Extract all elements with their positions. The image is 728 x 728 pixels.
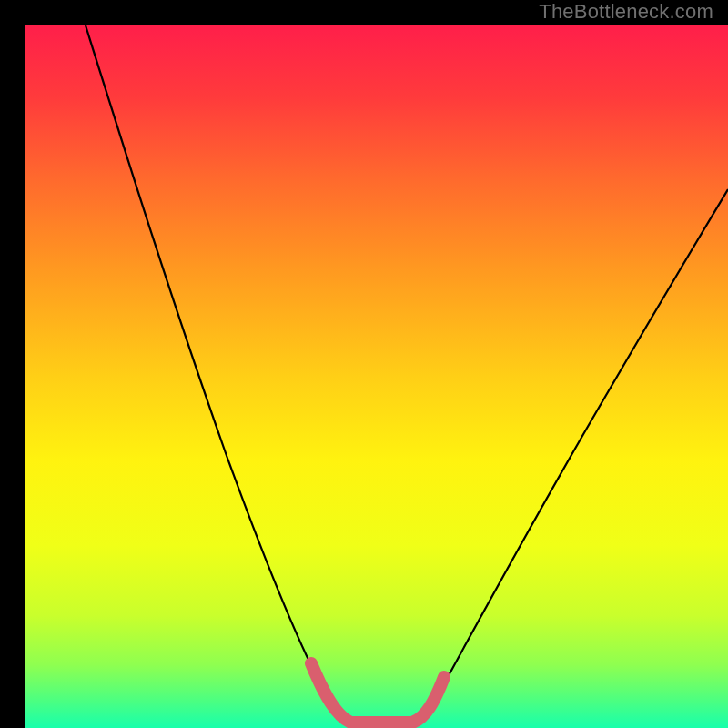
chart-frame xyxy=(13,13,715,715)
watermark-text: TheBottleneck.com xyxy=(539,0,713,24)
bottleneck-chart xyxy=(25,25,728,728)
gradient-background xyxy=(25,25,728,728)
